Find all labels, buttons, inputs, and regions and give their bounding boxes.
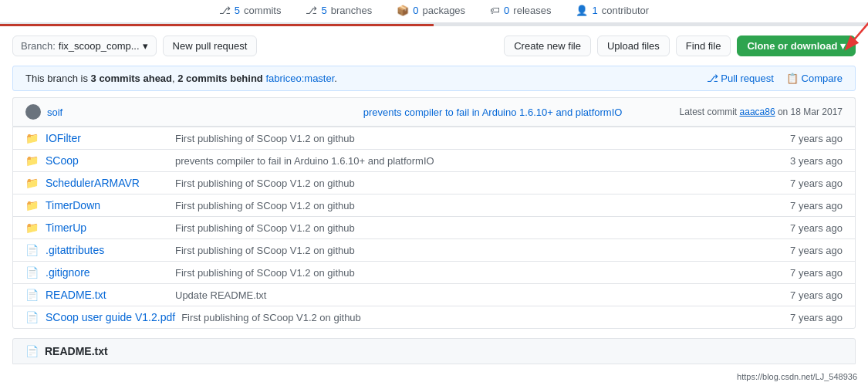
- table-row: 📄 README.txt Update README.txt 7 years a…: [13, 283, 855, 306]
- toolbar-right: Create new file Upload files Find file C…: [504, 36, 856, 56]
- create-new-file-button[interactable]: Create new file: [504, 36, 591, 56]
- file-commit-message: First publishing of SCoop V1.2 on github: [175, 222, 775, 234]
- file-name[interactable]: .gitattributes: [46, 244, 169, 256]
- file-name[interactable]: SCoop: [46, 154, 169, 167]
- folder-icon: 📁: [25, 132, 39, 144]
- file-icon: 📄: [25, 244, 39, 256]
- packages-count[interactable]: 0: [413, 5, 418, 16]
- clone-download-label: Clone or download ▾: [747, 40, 846, 52]
- branch-ahead-behind-message: This branch is 3 commits ahead, 2 commit…: [25, 73, 337, 84]
- latest-commit-prefix: Latest commit: [680, 107, 738, 117]
- commits-label: commits: [244, 5, 281, 16]
- commit-date: 18 Mar 2017: [791, 107, 843, 117]
- table-row: 📄 .gitattributes First publishing of SCo…: [13, 238, 855, 261]
- file-name[interactable]: IOFilter: [46, 132, 169, 144]
- file-time: 7 years ago: [781, 245, 843, 256]
- file-icon: 📄: [25, 266, 39, 279]
- upstream-link[interactable]: fabriceo:master: [265, 73, 334, 84]
- table-row: 📄 .gitignore First publishing of SCoop V…: [13, 261, 855, 283]
- pull-request-icon: ⎇: [707, 73, 718, 84]
- file-time: 7 years ago: [781, 200, 843, 211]
- file-icon: 📄: [25, 311, 39, 323]
- file-commit-message: First publishing of SCoop V1.2 on github: [175, 133, 775, 144]
- file-name[interactable]: .gitignore: [46, 266, 169, 279]
- table-row: 📁 SchedulerARMAVR First publishing of SC…: [13, 171, 855, 194]
- pull-request-link[interactable]: ⎇ Pull request: [707, 73, 774, 84]
- compare-icon: 📋: [786, 73, 799, 84]
- file-commit-message: First publishing of SCoop V1.2 on github: [175, 178, 775, 189]
- branch-prefix: Branch:: [21, 40, 56, 52]
- table-row: 📁 TimerDown First publishing of SCoop V1…: [13, 194, 855, 216]
- file-name[interactable]: TimerUp: [46, 222, 169, 234]
- commits-icon: ⎇: [219, 5, 231, 16]
- file-name[interactable]: TimerDown: [46, 199, 169, 211]
- pull-request-label: Pull request: [721, 73, 774, 84]
- releases-count[interactable]: 0: [504, 5, 509, 16]
- branch-selector[interactable]: Branch: fix_scoop_comp... ▾: [12, 36, 157, 56]
- folder-icon: 📁: [25, 222, 39, 234]
- branches-icon: ⎇: [306, 5, 317, 16]
- file-time: 7 years ago: [781, 178, 843, 189]
- file-name[interactable]: README.txt: [46, 289, 169, 301]
- author-name: soif: [47, 107, 62, 118]
- releases-label: releases: [513, 5, 551, 16]
- chevron-down-icon: ▾: [143, 40, 148, 52]
- top-bar: ⎇ 5 commits ⎇ 5 branches 📦 0 packages 🏷 …: [0, 0, 868, 24]
- branches-label: branches: [331, 5, 372, 16]
- commit-message[interactable]: prevents compiler to fail in Arduino 1.6…: [363, 107, 674, 118]
- file-commit-message: First publishing of SCoop V1.2 on github: [175, 245, 775, 256]
- table-row: 📄 SCoop user guide V1.2.pdf First publis…: [13, 306, 855, 328]
- branch-actions: ⎇ Pull request 📋 Compare: [707, 73, 843, 84]
- contributors-icon: 👤: [576, 5, 588, 16]
- file-time: 7 years ago: [781, 312, 843, 323]
- folder-icon: 📁: [25, 199, 39, 211]
- compare-label: Compare: [802, 73, 843, 84]
- latest-commit-bar: soif prevents compiler to fail in Arduin…: [12, 97, 856, 126]
- commit-author[interactable]: soif: [47, 107, 357, 118]
- contributors-count[interactable]: 1: [592, 5, 597, 16]
- file-time: 3 years ago: [781, 155, 843, 167]
- clone-download-button[interactable]: Clone or download ▾: [737, 36, 856, 56]
- file-time: 7 years ago: [781, 222, 843, 234]
- file-commit-message: First publishing of SCoop V1.2 on github: [181, 312, 775, 323]
- file-commit-message: First publishing of SCoop V1.2 on github: [175, 200, 775, 211]
- file-time: 7 years ago: [781, 267, 843, 279]
- file-time: 7 years ago: [781, 133, 843, 144]
- new-pull-request-button[interactable]: New pull request: [163, 36, 258, 56]
- commits-nav[interactable]: ⎇ 5 commits: [219, 5, 282, 22]
- file-commit-message: prevents compiler to fail in Arduino 1.6…: [175, 155, 775, 167]
- file-name[interactable]: SCoop user guide V1.2.pdf: [46, 311, 175, 323]
- table-row: 📁 IOFilter First publishing of SCoop V1.…: [13, 127, 855, 149]
- upload-files-button[interactable]: Upload files: [597, 36, 670, 56]
- file-commit-message: Update README.txt: [175, 289, 775, 301]
- contributors-label: contributor: [602, 5, 649, 16]
- packages-nav[interactable]: 📦 0 packages: [397, 5, 465, 22]
- commit-meta: Latest commit aaaca86 on 18 Mar 2017: [680, 107, 843, 117]
- packages-icon: 📦: [397, 5, 409, 16]
- avatar: [25, 104, 41, 120]
- folder-icon: 📁: [25, 154, 39, 167]
- table-row: 📁 TimerUp First publishing of SCoop V1.2…: [13, 216, 855, 238]
- releases-nav[interactable]: 🏷 0 releases: [490, 5, 551, 22]
- readme-icon: 📄: [25, 345, 39, 357]
- file-icon: 📄: [25, 289, 39, 301]
- contributors-nav[interactable]: 👤 1 contributor: [576, 5, 649, 22]
- find-file-button[interactable]: Find file: [676, 36, 731, 56]
- file-time: 7 years ago: [781, 289, 843, 301]
- toolbar: Branch: fix_scoop_comp... ▾ New pull req…: [0, 26, 868, 66]
- file-name[interactable]: SchedulerARMAVR: [46, 177, 169, 189]
- branch-info-bar: This branch is 3 commits ahead, 2 commit…: [12, 66, 856, 91]
- readme-bar: 📄 README.txt: [12, 338, 856, 364]
- folder-icon: 📁: [25, 177, 39, 189]
- packages-label: packages: [422, 5, 465, 16]
- table-row: 📁 SCoop prevents compiler to fail in Ard…: [13, 149, 855, 171]
- branches-count[interactable]: 5: [321, 5, 326, 16]
- branch-name: fix_scoop_comp...: [59, 40, 140, 52]
- commits-count[interactable]: 5: [235, 5, 240, 16]
- branches-nav[interactable]: ⎇ 5 branches: [306, 5, 372, 22]
- compare-link[interactable]: 📋 Compare: [786, 73, 843, 84]
- commit-hash[interactable]: aaaca86: [740, 107, 775, 117]
- releases-icon: 🏷: [490, 5, 500, 16]
- file-commit-message: First publishing of SCoop V1.2 on github: [175, 267, 775, 279]
- readme-label: README.txt: [45, 345, 108, 357]
